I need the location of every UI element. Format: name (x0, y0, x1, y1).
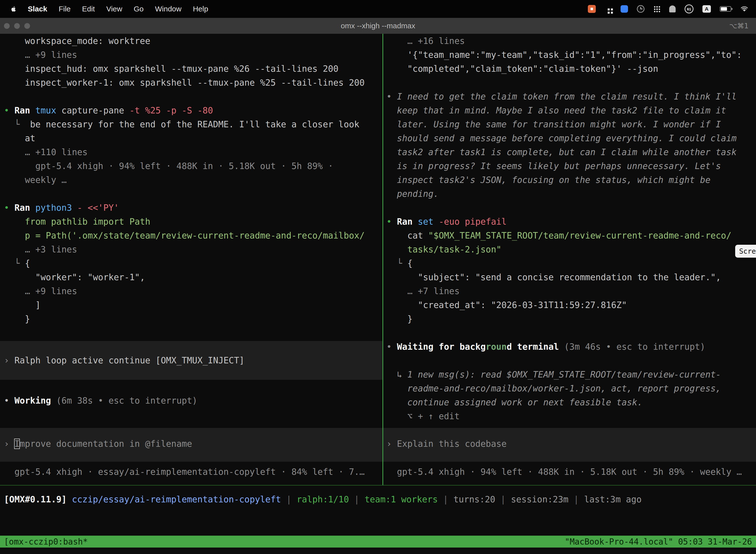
text-segment: roun (486, 342, 506, 352)
terminal-line (383, 76, 756, 90)
tmux-session-window: [omx-cczip0:bash* (4, 537, 88, 547)
text-segment: python3 (35, 203, 77, 213)
terminal-line: • Ran set -euo pipefail (383, 215, 756, 229)
ralph-loop-status[interactable]: › Ralph loop active continue [OMX_TMUX_I… (0, 341, 382, 380)
prompt-input[interactable]: › Improve documentation in @filename (0, 428, 382, 462)
clock-app-icon[interactable] (637, 5, 644, 13)
text-segment: at (4, 133, 35, 143)
text-segment: later. Using the same for transition mig… (386, 119, 721, 129)
text-segment: should send a message before completing … (386, 133, 737, 143)
terminal-line: readme-and-reco/mailbox/worker-1.json, a… (383, 382, 756, 395)
text-segment: task2 after task1 is complete, but can I… (386, 147, 737, 157)
ghost-icon[interactable] (669, 5, 676, 12)
omx-ralph-count: ralph:1/10 (297, 494, 349, 504)
menu-edit[interactable]: Edit (82, 5, 95, 13)
terminal-line: … +3 lines (0, 242, 382, 257)
menu-window[interactable]: Window (155, 5, 182, 13)
text-segment: weekly … (4, 175, 67, 185)
battery-fill (721, 7, 727, 11)
raycast-icon[interactable] (621, 5, 628, 13)
apple-menu-icon[interactable] (10, 5, 16, 13)
text-segment: inspect_worker-1: omx sparkshell --tmux-… (4, 78, 365, 88)
terminal-line: later. Using the same for transition mig… (383, 117, 756, 131)
text-segment: is in progress? It seems likely but perh… (386, 161, 721, 171)
terminal-line: p = Path('.omx/state/team/review-current… (0, 229, 382, 242)
omx-last-activity: last:3m ago (584, 494, 642, 504)
terminal-line: … +110 lines (0, 145, 382, 159)
left-terminal-pane[interactable]: workspace_mode: worktree … +9 lines insp… (0, 34, 382, 485)
terminal-line: … +9 lines (0, 284, 382, 298)
right-terminal-pane[interactable]: … +16 lines '{"team_name":"my-team","tas… (383, 34, 756, 485)
text-segment: gpt-5.4 xhigh · essay/ai-reimplementatio… (4, 467, 365, 477)
text-segment: - <<'PY' (77, 203, 119, 213)
terminal-line: pending. (383, 187, 756, 201)
text-segment: … +9 lines (4, 50, 77, 60)
input-source-icon[interactable]: A (702, 5, 711, 13)
menu-bar: Slack File Edit View Go Window Help 61 A (0, 0, 756, 18)
text-segment: Ran (14, 203, 35, 213)
app-menu-slack[interactable]: Slack (28, 5, 47, 13)
text-segment: cat (386, 231, 428, 240)
text-segment: Ran (14, 106, 35, 115)
terminal-line (383, 354, 756, 368)
text-segment: … +3 lines (4, 244, 77, 255)
text-segment: • (4, 396, 14, 405)
text-segment: inspect task2's JSON, focusing on the st… (386, 175, 710, 185)
text-segment: "completed","claim_token":"claim-token"}… (386, 64, 658, 74)
terminal-line: weekly … (0, 173, 382, 187)
text-segment: workspace_mode: worktree (4, 36, 150, 46)
badge-61-icon[interactable]: 61 (685, 4, 693, 13)
menu-view[interactable]: View (106, 5, 122, 13)
text-segment: pending. (386, 189, 439, 199)
terminal-line: inspect task2's JSON, focusing on the st… (383, 173, 756, 187)
terminal-line: … +9 lines (0, 48, 382, 62)
text-segment: • (4, 106, 14, 115)
text-segment: continue assigned work or next feasible … (386, 397, 643, 407)
terminal-line: inspect_hud: omx sparkshell --tmux-pane … (0, 62, 382, 76)
screen-recording-indicator-icon[interactable] (588, 5, 596, 13)
text-segment: … +16 lines (386, 36, 465, 46)
text-segment: Waiting for backg (397, 342, 486, 352)
text-segment: } (4, 314, 30, 324)
text-segment: (3m 46s • esc to interrupt) (564, 342, 705, 352)
terminal-line: • Working (6m 38s • esc to interrupt) (0, 394, 382, 407)
text-segment: gpt-5.4 xhigh · 94% left · 488K in · 5.1… (4, 161, 333, 171)
terminal-cursor: I (14, 439, 19, 449)
app-grid-icon[interactable] (605, 5, 612, 12)
terminal-line: gpt-5.4 xhigh · 94% left · 488K in · 5.1… (0, 159, 382, 173)
text-segment: { (25, 258, 30, 268)
text-segment: › (4, 355, 14, 365)
terminal-line: at (0, 131, 382, 145)
text-segment: capture-pane (62, 106, 129, 115)
text-segment: I need to get the claim token from the c… (397, 92, 737, 102)
text-segment: } (386, 314, 413, 324)
text-segment: "subject": "send a concise recommendatio… (386, 272, 721, 282)
menu-go[interactable]: Go (134, 5, 144, 13)
tmux-status-bar: [omx-cczip0:bash* "MacBook-Pro-44.local"… (0, 536, 756, 548)
omx-session-path: cczip/essay/ai-reimplementation-copyleft (72, 494, 281, 504)
menu-file[interactable]: File (59, 5, 70, 13)
omx-version: [OMX#0.11.9] (4, 494, 72, 504)
dots-grid-icon[interactable] (653, 5, 660, 12)
wifi-icon[interactable] (740, 6, 749, 12)
window-shortcut-badge: ⌥⌘1 (729, 22, 749, 30)
terminal-line: "subject": "send a concise recommendatio… (383, 270, 756, 284)
terminal-line: from pathlib import Path (0, 215, 382, 229)
menu-help[interactable]: Help (193, 5, 208, 13)
text-segment: › Explain this codebase (386, 439, 507, 449)
terminal-line (0, 187, 382, 201)
text-segment: d terminal (507, 342, 564, 352)
terminal-line: … +7 lines (383, 284, 756, 298)
terminal-line: • Ran python3 - <<'PY' (0, 201, 382, 215)
text-segment: • (386, 217, 397, 227)
terminal-line: ↳ 1 new msg(s): read $OMX_TEAM_STATE_ROO… (383, 368, 756, 382)
terminal-line (0, 380, 382, 394)
screenshot-tooltip: Scre (735, 245, 756, 258)
text-segment: keep that in mind. Maybe I also need the… (386, 106, 726, 115)
prompt-suggestion[interactable]: › Explain this codebase (383, 428, 756, 462)
text-segment: ⌥ + ↑ edit (386, 411, 460, 421)
battery-icon[interactable] (720, 6, 731, 12)
text-segment: from pathlib import Path (4, 217, 150, 227)
text-segment: Working (14, 396, 56, 405)
text-segment: mprove documentation in @filename (19, 439, 192, 449)
